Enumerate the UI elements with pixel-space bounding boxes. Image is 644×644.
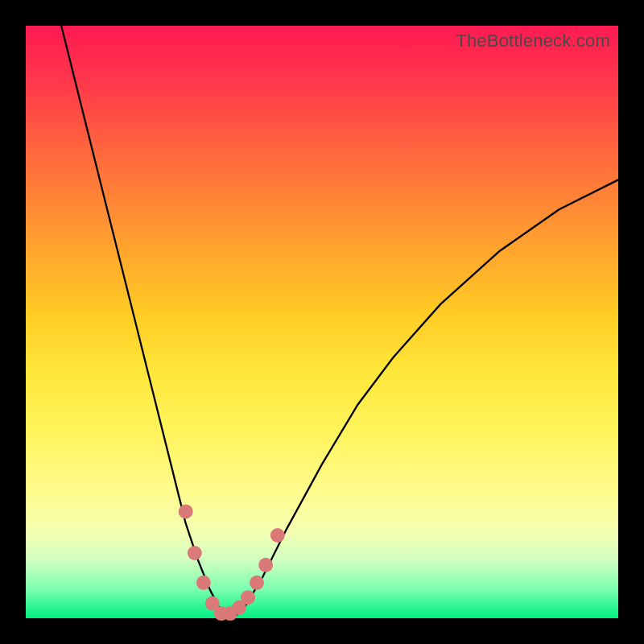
highlight-dot [250, 576, 264, 590]
highlight-dot [270, 528, 285, 543]
chart-frame: TheBottleneck.com [0, 0, 644, 644]
highlight-dot [179, 505, 193, 519]
bottleneck-curve [26, 26, 618, 618]
highlight-dot [258, 558, 273, 572]
curve-path [61, 26, 618, 615]
highlight-dot [241, 590, 255, 605]
plot-area: TheBottleneck.com [26, 26, 618, 618]
highlight-dots [179, 505, 285, 621]
highlight-dot [188, 546, 202, 560]
highlight-dot [196, 576, 211, 590]
